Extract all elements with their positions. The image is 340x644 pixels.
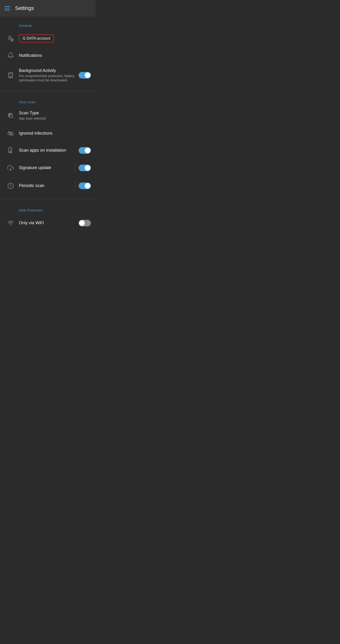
scan-type-content: Scan Type App scan selected	[17, 110, 91, 120]
svg-rect-11	[10, 114, 11, 115]
gdata-account-item[interactable]: G DATA account	[0, 30, 96, 47]
divider-2	[0, 199, 96, 199]
gdata-account-title: G DATA account	[19, 34, 54, 42]
page-title: Settings	[15, 5, 34, 11]
scan-type-subtitle: App scan selected	[19, 116, 91, 120]
scan-apps-installation-content: Scan apps on installation	[17, 148, 79, 153]
hamburger-menu-icon[interactable]	[5, 6, 10, 10]
background-activity-item[interactable]: Background Activity For comprehensive pr…	[0, 64, 96, 86]
scan-type-icon	[5, 112, 17, 119]
signature-update-toggle[interactable]	[79, 164, 91, 171]
background-activity-subtitle: For comprehensive protection, battery op…	[19, 74, 79, 82]
wifi-icon	[5, 220, 17, 226]
cloud-download-icon	[5, 164, 17, 171]
only-via-wifi-content: Only via WiFi	[17, 220, 79, 226]
svg-line-7	[12, 117, 13, 118]
signature-update-title: Signature update	[19, 165, 75, 170]
install-icon	[5, 147, 17, 154]
scan-type-title: Scan Type	[19, 110, 91, 116]
background-activity-content: Background Activity For comprehensive pr…	[17, 68, 79, 82]
separator-line-1	[75, 163, 75, 172]
ignored-infections-title: Ignored infections	[19, 131, 91, 136]
periodic-scan-item[interactable]: Periodic scan	[0, 177, 96, 195]
general-section: General G DATA account	[0, 16, 96, 89]
signature-update-content: Signature update	[17, 165, 75, 170]
ignored-icon	[5, 130, 17, 137]
background-activity-toggle[interactable]	[79, 72, 91, 78]
virus-scan-section: Virus scan Scan Type App scan selected	[0, 93, 96, 197]
bell-icon	[5, 52, 17, 59]
periodic-scan-content: Periodic scan	[17, 183, 75, 188]
signature-update-item[interactable]: Signature update	[0, 159, 96, 177]
notifications-content: Notifications	[17, 53, 91, 58]
only-via-wifi-item[interactable]: Only via WiFi	[0, 214, 96, 232]
background-activity-title: Background Activity	[19, 68, 79, 73]
gdata-account-content: G DATA account	[17, 34, 91, 42]
scan-apps-installation-toggle[interactable]	[79, 147, 91, 154]
device-icon	[5, 72, 17, 78]
periodic-scan-toggle[interactable]	[79, 182, 91, 189]
ignored-infections-content: Ignored infections	[17, 131, 91, 136]
web-protection-section: Web Protection Only via WiFi	[0, 201, 96, 234]
ignored-infections-item[interactable]: Ignored infections	[0, 125, 96, 142]
settings-content: General G DATA account	[0, 16, 96, 234]
separator-line-2	[75, 181, 75, 190]
scan-apps-installation-item[interactable]: Scan apps on installation	[0, 142, 96, 159]
svg-point-5	[10, 77, 11, 77]
svg-point-0	[9, 36, 11, 38]
general-section-label: General	[0, 21, 96, 30]
only-via-wifi-title: Only via WiFi	[19, 220, 79, 226]
web-protection-section-label: Web Protection	[0, 206, 96, 214]
svg-rect-10	[9, 114, 10, 115]
svg-rect-12	[9, 115, 10, 116]
scan-type-item[interactable]: Scan Type App scan selected	[0, 106, 96, 125]
only-via-wifi-toggle[interactable]	[79, 220, 91, 226]
scan-apps-installation-title: Scan apps on installation	[19, 148, 79, 153]
notifications-title: Notifications	[19, 53, 91, 58]
divider-1	[0, 91, 96, 91]
periodic-scan-title: Periodic scan	[19, 183, 75, 188]
header: Settings	[0, 0, 96, 16]
virus-scan-section-label: Virus scan	[0, 98, 96, 106]
notifications-item[interactable]: Notifications	[0, 47, 96, 64]
clock-icon	[5, 182, 17, 189]
account-icon	[5, 35, 17, 42]
